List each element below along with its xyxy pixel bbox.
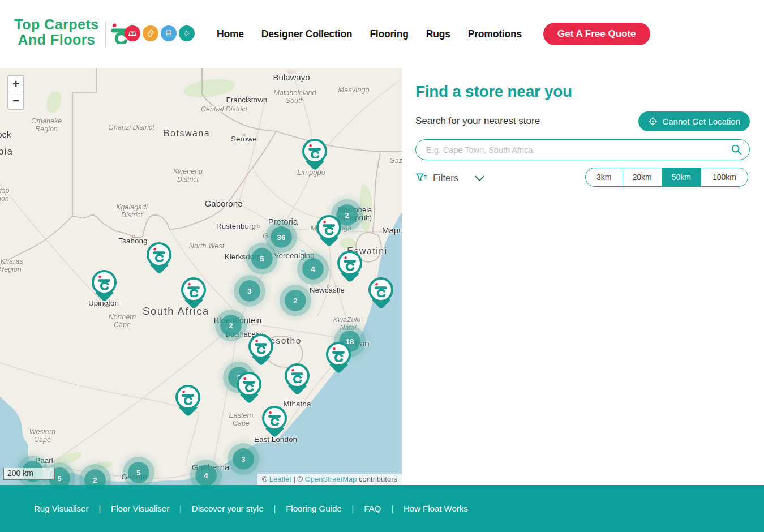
footer-link-floor-visualiser[interactable]: Floor Visualiser [111, 504, 169, 513]
nav-rugs[interactable]: Rugs [426, 28, 450, 40]
store-pin[interactable] [302, 139, 328, 181]
main-nav: Home Designer Collection Flooring Rugs P… [217, 0, 522, 68]
map-scale: 200 km [3, 468, 55, 480]
cluster-marker[interactable]: 2 [220, 315, 242, 336]
tc-logo-icon [285, 363, 310, 388]
map-attribution: © Leaflet | © OpenStreetMap contributors [257, 474, 402, 485]
get-location-button[interactable]: Cannot Get Location [638, 111, 750, 131]
cluster-count: 2 [229, 321, 233, 330]
nav-flooring[interactable]: Flooring [370, 28, 408, 40]
tc-logo-icon [147, 242, 171, 267]
leaflet-link[interactable]: Leaflet [269, 475, 291, 483]
store-pin[interactable] [337, 251, 363, 293]
blinds-icon [161, 25, 177, 41]
cluster-marker[interactable]: 3 [239, 280, 260, 302]
cluster-marker[interactable]: 2 [84, 469, 106, 485]
store-pin[interactable] [175, 385, 201, 427]
brand-logo[interactable]: Top Carpets And Floors [11, 17, 102, 48]
footer-link-discover-your-style[interactable]: Discover your style [192, 504, 264, 513]
cluster-marker[interactable]: 4 [195, 465, 217, 485]
radius-20km-button[interactable]: 20km [623, 168, 662, 187]
filter-funnel-icon [415, 172, 427, 184]
brand-line1: Top Carpets [14, 16, 99, 32]
tc-logo-icon [302, 139, 327, 164]
get-location-label: Cannot Get Location [662, 117, 740, 126]
chevron-down-icon [475, 175, 484, 182]
cluster-count: 2 [293, 297, 298, 305]
radius-filter-group: 3km 20km 50km 100km [585, 168, 748, 187]
map-zoom-control: + − [7, 75, 24, 110]
zoom-in-button[interactable]: + [8, 76, 23, 92]
store-pin[interactable] [368, 277, 394, 319]
footer-divider: | [274, 504, 276, 513]
get-free-quote-button[interactable]: Get A Free Quote [543, 23, 650, 45]
logo-badges [125, 25, 195, 41]
attribution-sep: | © [291, 475, 305, 483]
attribution-suffix: contributors [357, 475, 397, 483]
tc-logo-icon [326, 342, 351, 367]
footer-divider: | [98, 504, 101, 513]
nav-home[interactable]: Home [217, 28, 244, 40]
filters-toggle[interactable]: Filters [415, 168, 484, 188]
cluster-count: 2 [345, 211, 349, 220]
store-pin[interactable] [325, 342, 351, 384]
store-pin[interactable] [236, 372, 262, 414]
tc-logo-icon [262, 406, 287, 431]
logo-divider [105, 22, 106, 48]
cluster-marker[interactable]: 2 [285, 290, 306, 311]
radius-50km-button[interactable]: 50km [662, 168, 701, 187]
subtitle: Search for your nearest store [415, 115, 540, 127]
page-title: Find a store near you [415, 83, 572, 101]
cluster-count: 4 [204, 471, 208, 480]
search-icon[interactable] [731, 144, 742, 156]
cluster-marker[interactable]: 5 [128, 462, 149, 483]
store-pin[interactable] [146, 242, 172, 284]
store-pin[interactable] [181, 277, 207, 319]
tc-logo-icon [337, 251, 362, 276]
footer-divider: | [352, 504, 354, 513]
brand-line2: And Floors [18, 32, 96, 48]
footer: Rug Visualiser | Floor Visualiser | Disc… [0, 485, 764, 532]
footer-link-faq[interactable]: FAQ [364, 504, 381, 513]
filters-label: Filters [433, 173, 458, 183]
nav-promotions[interactable]: Promotions [468, 28, 522, 40]
nav-designer-collection[interactable]: Designer Collection [261, 28, 353, 40]
store-pin[interactable] [248, 334, 274, 376]
store-search-input[interactable] [415, 139, 750, 160]
zoom-out-button[interactable]: − [8, 92, 23, 109]
cluster-marker[interactable]: 3 [233, 448, 254, 470]
footer-divider: | [391, 504, 393, 513]
store-pin[interactable] [91, 270, 117, 312]
store-pin[interactable] [261, 406, 287, 448]
cluster-count: 5 [136, 469, 141, 477]
tc-logo-icon [181, 277, 206, 302]
cluster-count: 4 [311, 265, 315, 273]
store-pin[interactable] [284, 363, 310, 405]
tc-logo-icon [92, 270, 117, 295]
cluster-marker[interactable]: 5 [251, 248, 273, 269]
tc-logo-icon [175, 385, 200, 410]
map-marker-layer: 2365432218235452 [0, 68, 402, 485]
store-map[interactable]: BulawayoFrancistownSeroweGaboroneRustenb… [0, 68, 402, 485]
cluster-count: 5 [57, 474, 62, 483]
crosshair-icon [648, 117, 658, 126]
footer-divider: | [179, 504, 182, 513]
cluster-count: 5 [260, 255, 264, 263]
tc-logo-icon [248, 334, 273, 359]
header: Top Carpets And Floors Home Designer Col… [0, 0, 764, 68]
radius-100km-button[interactable]: 100km [701, 168, 748, 187]
attribution-prefix: © [262, 475, 269, 483]
tc-logo-icon [368, 277, 393, 302]
footer-link-flooring-guide[interactable]: Flooring Guide [286, 504, 341, 513]
openstreetmap-link[interactable]: OpenStreetMap [305, 475, 357, 483]
cluster-marker[interactable]: 4 [302, 258, 324, 280]
cluster-marker[interactable]: 36 [271, 226, 292, 248]
tc-logo-icon [316, 215, 341, 240]
vinyl-roll-icon [143, 25, 158, 41]
tc-logo-icon [237, 372, 261, 397]
footer-link-rug-visualiser[interactable]: Rug Visualiser [34, 504, 88, 513]
cluster-count: 36 [277, 233, 285, 242]
footer-link-how-float-works[interactable]: How Float Works [404, 504, 468, 513]
radius-3km-button[interactable]: 3km [585, 168, 623, 187]
pattern-burst-icon [179, 25, 195, 41]
